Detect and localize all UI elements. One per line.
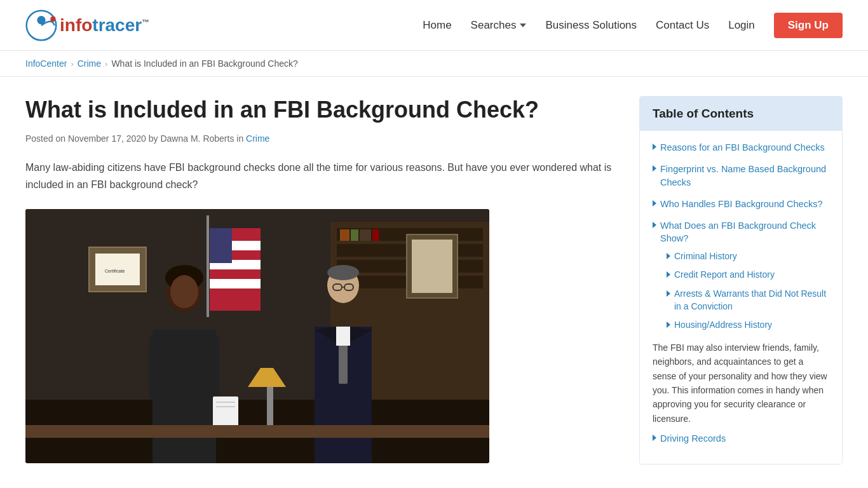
toc-body: Reasons for an FBI Background Checks Fin… bbox=[640, 131, 842, 464]
svg-text:Certificate: Certificate bbox=[105, 269, 125, 273]
toc-item-3: Who Handles FBI Background Checks? bbox=[653, 198, 829, 210]
breadcrumb-crime[interactable]: Crime bbox=[78, 58, 101, 69]
article-category-link[interactable]: Crime bbox=[246, 133, 269, 144]
svg-rect-21 bbox=[210, 279, 261, 288]
toc-chevron-3-icon bbox=[653, 200, 656, 207]
toc-link-driving[interactable]: Driving Records bbox=[653, 432, 829, 445]
svg-rect-23 bbox=[207, 215, 209, 317]
breadcrumb: InfoCenter › Crime › What is Included in… bbox=[0, 51, 868, 77]
svg-rect-32 bbox=[213, 396, 238, 428]
svg-rect-14 bbox=[372, 229, 379, 241]
toc-chevron-4-icon bbox=[653, 222, 656, 228]
svg-rect-30 bbox=[149, 336, 159, 400]
site-header: infotracer™ Home Searches Business Solut… bbox=[0, 0, 868, 51]
toc-sub-chevron-3-icon bbox=[667, 290, 670, 297]
toc-sub-chevron-4-icon bbox=[667, 322, 670, 328]
toc-sub-item-credit-report: Credit Report and History bbox=[667, 269, 829, 281]
toc-sub-chevron-1-icon bbox=[667, 253, 670, 259]
main-nav: Home Searches Business Solutions Contact… bbox=[423, 13, 843, 38]
svg-rect-33 bbox=[216, 402, 235, 403]
nav-login[interactable]: Login bbox=[728, 19, 755, 32]
breadcrumb-current: What is Included in an FBI Background Ch… bbox=[111, 58, 297, 69]
toc-link-4[interactable]: What Does an FBI Background Check Show? bbox=[653, 219, 829, 245]
toc-header: Table of Contents bbox=[640, 97, 842, 131]
article-intro: Many law-abiding citizens have FBI backg… bbox=[25, 159, 614, 193]
toc-item-4: What Does an FBI Background Check Show? … bbox=[653, 219, 829, 332]
nav-business-solutions[interactable]: Business Solutions bbox=[545, 19, 637, 32]
toc-sub-item-criminal-history: Criminal History bbox=[667, 250, 829, 263]
svg-rect-46 bbox=[267, 387, 273, 425]
logo[interactable]: infotracer™ bbox=[25, 10, 149, 41]
nav-searches[interactable]: Searches bbox=[471, 19, 527, 32]
toc-paragraph: The FBI may also interview friends, fami… bbox=[653, 341, 829, 426]
svg-rect-25 bbox=[412, 240, 452, 293]
toc-link-2[interactable]: Fingerprint vs. Name Based Background Ch… bbox=[653, 163, 829, 189]
svg-rect-31 bbox=[210, 336, 219, 400]
toc-link-3[interactable]: Who Handles FBI Background Checks? bbox=[653, 198, 829, 210]
svg-rect-22 bbox=[210, 228, 232, 263]
nav-contact-us[interactable]: Contact Us bbox=[656, 19, 709, 32]
svg-rect-29 bbox=[153, 330, 216, 463]
toc-link-1[interactable]: Reasons for an FBI Background Checks bbox=[653, 141, 829, 154]
toc-sub-link-credit-report[interactable]: Credit Report and History bbox=[667, 269, 829, 281]
toc-sub-item-arrests: Arrests & Warrants that Did Not Result i… bbox=[667, 288, 829, 313]
article-meta: Posted on November 17, 2020 by Dawna M. … bbox=[25, 133, 614, 144]
toc-item-driving: Driving Records bbox=[653, 432, 829, 445]
article-area: What is Included in an FBI Background Ch… bbox=[25, 96, 614, 464]
toc-box: Table of Contents Reasons for an FBI Bac… bbox=[639, 96, 843, 464]
toc-chevron-2-icon bbox=[653, 165, 656, 172]
main-container: What is Included in an FBI Background Ch… bbox=[0, 77, 868, 484]
toc-sub-chevron-2-icon bbox=[667, 271, 670, 278]
svg-rect-11 bbox=[340, 229, 349, 241]
nav-home[interactable]: Home bbox=[423, 19, 451, 32]
svg-rect-42 bbox=[336, 327, 350, 346]
svg-rect-13 bbox=[360, 229, 371, 241]
searches-chevron-icon bbox=[520, 24, 526, 27]
sidebar: Table of Contents Reasons for an FBI Bac… bbox=[639, 96, 843, 464]
toc-item-1: Reasons for an FBI Background Checks bbox=[653, 141, 829, 154]
breadcrumb-sep-1: › bbox=[71, 59, 73, 69]
toc-subitems: Criminal History Credit Report and Histo… bbox=[667, 250, 829, 332]
toc-chevron-1-icon bbox=[653, 144, 656, 150]
breadcrumb-infocenter[interactable]: InfoCenter bbox=[25, 58, 67, 69]
svg-rect-34 bbox=[216, 406, 235, 407]
toc-sub-link-arrests[interactable]: Arrests & Warrants that Did Not Result i… bbox=[667, 288, 829, 313]
svg-point-36 bbox=[327, 265, 359, 280]
article-image: Certificate bbox=[25, 209, 489, 463]
svg-rect-45 bbox=[25, 425, 489, 438]
toc-chevron-driving-icon bbox=[653, 435, 656, 441]
toc-sub-item-housing: Housing/Address History bbox=[667, 319, 829, 332]
svg-rect-12 bbox=[351, 229, 358, 241]
svg-point-28 bbox=[170, 275, 198, 308]
toc-sub-link-housing[interactable]: Housing/Address History bbox=[667, 319, 829, 332]
breadcrumb-sep-2: › bbox=[105, 59, 107, 69]
nav-signup-button[interactable]: Sign Up bbox=[774, 13, 843, 38]
toc-sub-link-criminal-history[interactable]: Criminal History bbox=[667, 250, 829, 263]
toc-item-2: Fingerprint vs. Name Based Background Ch… bbox=[653, 163, 829, 189]
article-title: What is Included in an FBI Background Ch… bbox=[25, 96, 614, 123]
